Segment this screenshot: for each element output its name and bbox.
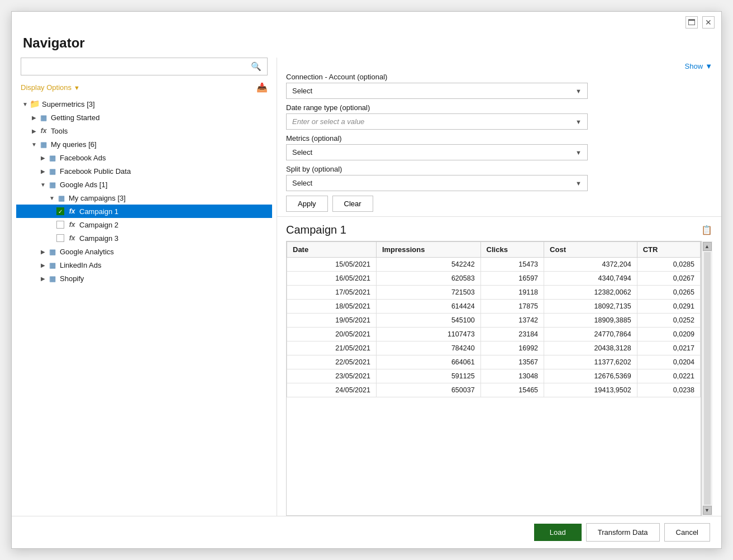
split-by-value: Select <box>292 179 575 187</box>
fx-campaign1-icon: fx <box>67 206 77 216</box>
table-my-campaigns-icon: ▦ <box>56 193 66 203</box>
table-cell: 23/05/2021 <box>287 369 377 383</box>
connection-select[interactable]: Select ▼ <box>286 83 588 99</box>
load-button[interactable]: Load <box>534 524 582 541</box>
chevron-google-analytics-icon: ▶ <box>39 247 47 256</box>
metrics-arrow-icon: ▼ <box>575 149 582 156</box>
table-row: 21/05/20217842401699220438,31280,0217 <box>287 341 701 355</box>
checkbox-campaign2[interactable] <box>56 221 64 229</box>
cancel-button[interactable]: Cancel <box>664 523 710 542</box>
tree-item-supermetrics[interactable]: ▼ 📁 Supermetrics [3] <box>16 97 272 111</box>
table-cell: 0,0265 <box>637 286 700 300</box>
filter-actions: Apply Clear <box>286 196 712 212</box>
date-range-select[interactable]: Enter or select a value ▼ <box>286 113 588 130</box>
tree-item-tools[interactable]: ▶ fx Tools <box>16 124 272 137</box>
tree-label-campaign1: Campaign 1 <box>79 207 118 216</box>
split-by-label: Split by (optional) <box>286 165 712 173</box>
tree-item-my-campaigns[interactable]: ▼ ▦ My campaigns [3] <box>16 191 272 205</box>
tree-item-my-queries[interactable]: ▼ ▦ My queries [6] <box>16 137 272 151</box>
search-input[interactable] <box>21 59 245 74</box>
table-cell: 17875 <box>480 300 544 314</box>
table-row: 19/05/20215451001374218909,38850,0252 <box>287 314 701 328</box>
date-range-arrow-icon: ▼ <box>575 118 582 125</box>
tree-item-campaign3[interactable]: fx Campaign 3 <box>16 231 272 245</box>
apply-button[interactable]: Apply <box>286 196 328 212</box>
split-by-select[interactable]: Select ▼ <box>286 175 588 191</box>
transform-data-button[interactable]: Transform Data <box>586 523 660 542</box>
table-cell: 16597 <box>480 272 544 286</box>
table-row: 17/05/20217215031911812382,00620,0265 <box>287 286 701 300</box>
table-google-ads-icon: ▦ <box>47 179 58 189</box>
connection-label: Connection - Account (optional) <box>286 73 712 81</box>
table-cell: 591125 <box>376 369 480 383</box>
tree-item-linkedin-ads[interactable]: ▶ ▦ LinkedIn Ads <box>16 258 272 272</box>
col-header-ctr: CTR <box>637 242 700 258</box>
table-cell: 0,0238 <box>637 383 700 397</box>
navigator-window: 🗖 ✕ Navigator 🔍 Display Options ▼ 📥 <box>11 11 722 549</box>
scroll-up-button[interactable]: ▲ <box>703 242 712 251</box>
data-table: Date Impressions Clicks Cost CTR 15/05/2… <box>287 241 701 397</box>
table-my-queries-icon: ▦ <box>39 139 49 149</box>
tree-item-campaign2[interactable]: fx Campaign 2 <box>16 218 272 231</box>
title-bar: 🗖 ✕ <box>12 12 721 33</box>
tree-label-my-campaigns: My campaigns [3] <box>69 194 126 202</box>
table-cell: 12382,0062 <box>544 286 637 300</box>
table-cell: 17/05/2021 <box>287 286 377 300</box>
tree-label-facebook-public: Facebook Public Data <box>60 167 131 175</box>
metrics-select[interactable]: Select ▼ <box>286 144 588 160</box>
chevron-google-ads-icon: ▼ <box>39 180 47 189</box>
table-cell: 664061 <box>376 355 480 369</box>
tree-label-google-ads: Google Ads [1] <box>60 181 107 189</box>
table-area: Date Impressions Clicks Cost CTR 15/05/2… <box>286 241 712 516</box>
show-button[interactable]: Show ▼ <box>685 62 712 70</box>
table-cell: 0,0209 <box>637 328 700 341</box>
fx-tools-icon: fx <box>39 126 49 136</box>
metrics-filter-group: Metrics (optional) Select ▼ <box>286 134 712 160</box>
tree-item-campaign1[interactable]: ✓ fx Campaign 1 <box>16 205 272 218</box>
close-button[interactable]: ✕ <box>702 16 715 29</box>
table-wrapper[interactable]: Date Impressions Clicks Cost CTR 15/05/2… <box>286 241 701 516</box>
right-top-bar: Show ▼ <box>277 58 721 73</box>
tree-item-google-analytics[interactable]: ▶ ▦ Google Analytics <box>16 245 272 258</box>
maximize-button[interactable]: 🗖 <box>686 16 698 29</box>
checkbox-campaign1[interactable]: ✓ <box>56 207 64 215</box>
clear-button[interactable]: Clear <box>332 196 373 212</box>
table-cell: 4372,204 <box>544 258 637 272</box>
table-cell: 15465 <box>480 383 544 397</box>
tree-item-facebook-ads[interactable]: ▶ ▦ Facebook Ads <box>16 151 272 164</box>
table-cell: 0,0252 <box>637 314 700 328</box>
scroll-down-button[interactable]: ▼ <box>703 506 712 515</box>
display-options-button[interactable]: Display Options ▼ <box>21 83 80 92</box>
import-icon[interactable]: 📥 <box>256 82 268 93</box>
table-row: 22/05/20216640611356711377,62020,0204 <box>287 355 701 369</box>
tree-label-my-queries: My queries [6] <box>51 140 97 149</box>
chevron-facebook-ads-icon: ▶ <box>39 153 47 162</box>
table-cell: 784240 <box>376 341 480 355</box>
tree-item-shopify[interactable]: ▶ ▦ Shopify <box>16 272 272 285</box>
search-button[interactable]: 🔍 <box>245 58 267 75</box>
tree-label-facebook-ads: Facebook Ads <box>60 154 106 162</box>
col-header-impressions: Impressions <box>376 242 480 258</box>
chevron-linkedin-ads-icon: ▶ <box>39 260 47 269</box>
table-shopify-icon: ▦ <box>47 273 58 283</box>
table-cell: 721503 <box>376 286 480 300</box>
tree-item-google-ads[interactable]: ▼ ▦ Google Ads [1] <box>16 178 272 191</box>
table-cell: 21/05/2021 <box>287 341 377 355</box>
metrics-label: Metrics (optional) <box>286 134 712 143</box>
date-range-filter-group: Date range type (optional) Enter or sele… <box>286 103 712 130</box>
right-scrollbar[interactable]: ▲ ▼ <box>701 241 712 516</box>
data-section: Campaign 1 📋 Date Impressions Clicks Cos… <box>277 217 721 516</box>
display-options-bar: Display Options ▼ 📥 <box>12 80 277 97</box>
display-options-arrow-icon: ▼ <box>74 84 80 91</box>
table-cell: 0,0267 <box>637 272 700 286</box>
tree-item-getting-started[interactable]: ▶ ▦ Getting Started <box>16 111 272 124</box>
fx-campaign2-icon: fx <box>67 220 77 230</box>
table-cell: 542242 <box>376 258 480 272</box>
table-row: 16/05/2021620583165974340,74940,0267 <box>287 272 701 286</box>
tree-label-campaign3: Campaign 3 <box>79 234 118 243</box>
tree-label-getting-started: Getting Started <box>51 113 99 122</box>
data-export-icon[interactable]: 📋 <box>701 225 712 235</box>
bottom-bar: Load Transform Data Cancel <box>12 516 721 548</box>
tree-item-facebook-public[interactable]: ▶ ▦ Facebook Public Data <box>16 164 272 178</box>
checkbox-campaign3[interactable] <box>56 234 64 242</box>
